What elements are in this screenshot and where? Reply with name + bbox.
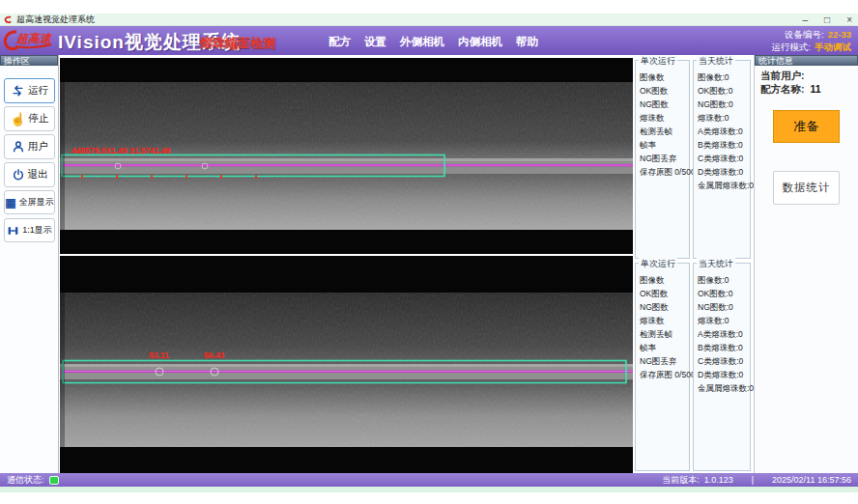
camera-image-bottom: 53.11 56.43 <box>60 256 633 473</box>
stat-row: C类熔珠数:0 <box>698 354 750 368</box>
menu-outer-camera[interactable]: 外侧相机 <box>400 35 444 49</box>
app-subtitle: 熔珠端面检测 <box>200 35 275 52</box>
hand-icon: ☝ <box>10 112 25 126</box>
operation-sidebar: 操作区 运行 ☝ 停止 用户 退出 ▦ 全 <box>0 55 59 473</box>
user-button[interactable]: 用户 <box>4 134 55 159</box>
stat-row: NG图数 <box>640 98 689 111</box>
user-button-label: 用户 <box>28 140 48 154</box>
camera-view-bottom: 53.11 56.43 <box>60 256 633 473</box>
run-mode-value: 手动调试 <box>815 41 851 53</box>
sidebar-header: 操作区 <box>0 55 58 66</box>
app-header: 超高速 IVision视觉处理系统 熔珠端面检测 配方 设置 外侧相机 内侧相机… <box>0 26 858 55</box>
camera-view-top: 448579.5X1.49 31.5741.49 <box>60 58 633 254</box>
single-run-stats-top: 单次运行 图像数 OK图数 NG图数 熔珠数 检测丢帧 帧率 NG图丢弃 保存原… <box>635 60 690 259</box>
camera-image-top: 448579.5X1.49 31.5741.49 <box>60 58 633 254</box>
stat-row: OK图数 <box>640 287 689 300</box>
stat-row: 图像数 <box>640 273 689 287</box>
brand-logo: 超高速 <box>3 28 57 53</box>
single-run-stats-bottom: 单次运行 图像数 OK图数 NG图数 熔珠数 检测丢帧 帧率 NG图丢弃 保存原… <box>635 263 690 471</box>
screen: 超高速视觉处理系统 – □ × 超高速 IVision视觉处理系统 熔珠端面检测… <box>0 0 858 504</box>
maximize-icon[interactable]: □ <box>824 14 830 26</box>
menu-recipe[interactable]: 配方 <box>329 35 351 49</box>
menu-help[interactable]: 帮助 <box>516 35 538 49</box>
stat-row: NG图数 <box>640 300 689 314</box>
stat-row: 熔珠数 <box>640 314 689 327</box>
run-mode-label: 运行模式: <box>771 41 811 53</box>
today-stats-title: 当天统计 <box>697 258 735 270</box>
stat-row: OK图数 <box>640 84 689 98</box>
prepare-button[interactable]: 准备 <box>773 110 840 143</box>
bottom-accent-strip <box>0 487 858 492</box>
recipe-name-line: 配方名称:11 <box>760 83 821 97</box>
measurement-annotation-top: 448579.5X1.49 31.5741.49 <box>72 146 171 155</box>
single-run-title: 单次运行 <box>639 258 677 270</box>
stat-row: NG图丢弃 <box>640 354 689 368</box>
stat-row: 帧率 <box>640 138 689 152</box>
menu-inner-camera[interactable]: 内侧相机 <box>458 35 502 49</box>
datetime-value: 2025/02/11 16:57:56 <box>772 475 851 485</box>
today-stats-top: 当天统计 图像数:0 OK图数:0 NG图数:0 熔珠数:0 A类熔珠数:0 B… <box>693 60 751 259</box>
stat-row: NG图数:0 <box>698 300 750 314</box>
stat-row: B类熔珠数:0 <box>698 138 750 152</box>
comm-status-label: 通信状态: <box>7 474 44 487</box>
data-statistics-button[interactable]: 数据统计 <box>773 171 840 205</box>
stat-row: D类熔珠数:0 <box>698 165 750 179</box>
stat-row: B类熔珠数:0 <box>698 341 750 354</box>
stat-row: 检测丢帧 <box>640 125 689 138</box>
window-title: 超高速视觉处理系统 <box>16 14 95 26</box>
fullscreen-button[interactable]: ▦ 全屏显示 <box>4 190 55 214</box>
device-info: 设备编号: 22-33 运行模式: 手动调试 <box>771 28 851 53</box>
status-bar: 通信状态: 当前版本: 1.0.123 | 2025/02/11 16:57:5… <box>0 473 858 487</box>
measurement-label-1: 53.11 <box>149 350 169 360</box>
device-number-value: 22-33 <box>828 28 851 41</box>
app-logo-icon <box>4 15 13 24</box>
today-stats-title: 当天统计 <box>697 55 735 68</box>
version-label: 当前版本: <box>662 474 700 487</box>
info-panel-header: 统计信息 <box>755 55 858 66</box>
stat-row: OK图数:0 <box>698 287 750 300</box>
stat-row: OK图数:0 <box>698 84 750 98</box>
statistics-info-panel: 统计信息 当前用户: 配方名称:11 准备 数据统计 <box>754 55 858 473</box>
run-loop-icon <box>11 84 25 98</box>
stat-row: 检测丢帧 <box>640 327 689 341</box>
current-user-label: 当前用户: <box>760 70 805 83</box>
stat-row: 帧率 <box>640 341 689 354</box>
device-number-label: 设备编号: <box>785 28 824 41</box>
svg-text:超高速: 超高速 <box>15 32 53 45</box>
main-menu: 配方 设置 外侧相机 内侧相机 帮助 <box>329 35 538 49</box>
comm-status-indicator <box>49 476 59 485</box>
run-button-label: 运行 <box>28 84 48 98</box>
stat-row: 熔珠数:0 <box>698 314 750 327</box>
minimize-icon[interactable]: – <box>803 14 809 26</box>
menu-settings[interactable]: 设置 <box>364 35 386 49</box>
fullscreen-button-label: 全屏显示 <box>19 196 54 209</box>
stat-row: 金属屑熔珠数:0 <box>698 381 750 395</box>
user-icon <box>12 140 25 154</box>
measurement-label-2: 56.43 <box>204 350 225 360</box>
stat-row: 图像数 <box>640 70 689 84</box>
one-to-one-button[interactable]: 1:1显示 <box>4 218 55 242</box>
exit-button[interactable]: 退出 <box>4 162 55 187</box>
stat-row: 图像数:0 <box>698 273 750 287</box>
stat-row: D类熔珠数:0 <box>698 368 750 381</box>
run-button[interactable]: 运行 <box>4 78 55 103</box>
stat-row: 图像数:0 <box>698 70 750 84</box>
stat-row: NG图丢弃 <box>640 152 689 165</box>
stop-button[interactable]: ☝ 停止 <box>4 106 55 131</box>
stat-row: 熔珠数 <box>640 111 689 125</box>
stat-row: 保存原图 0/500 <box>640 368 689 381</box>
stat-row: A类熔珠数:0 <box>698 125 750 138</box>
stat-row: NG图数:0 <box>698 98 750 111</box>
grid-icon: ▦ <box>5 196 15 210</box>
close-icon[interactable]: × <box>846 14 852 26</box>
stat-row: A类熔珠数:0 <box>698 327 750 341</box>
one-to-one-icon <box>7 225 19 237</box>
stat-row: 金属屑熔珠数:0 <box>698 179 750 192</box>
stat-row: 熔珠数:0 <box>698 111 750 125</box>
today-stats-bottom: 当天统计 图像数:0 OK图数:0 NG图数:0 熔珠数:0 A类熔珠数:0 B… <box>693 263 751 471</box>
recipe-name-label: 配方名称: <box>760 83 805 95</box>
stat-row: 保存原图 0/500 <box>640 165 689 179</box>
recipe-name-value: 11 <box>811 83 821 95</box>
one-to-one-button-label: 1:1显示 <box>22 224 52 237</box>
stop-button-label: 停止 <box>29 112 49 126</box>
